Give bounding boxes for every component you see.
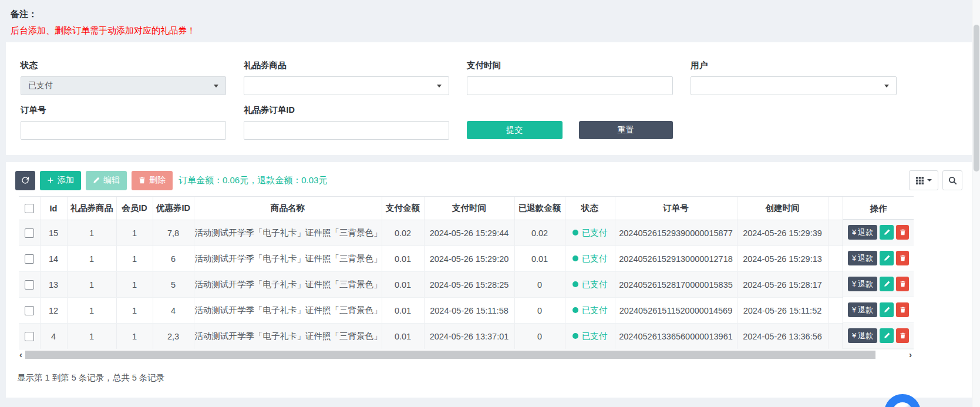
cell-id: 12 (40, 298, 67, 324)
delete-row-button[interactable] (896, 225, 909, 240)
pencil-icon (884, 229, 890, 236)
status-dot-icon (572, 255, 578, 261)
cell-status: 已支付 (565, 272, 615, 298)
status-dot-icon (572, 307, 578, 313)
order-no-input[interactable] (21, 121, 226, 140)
row-checkbox[interactable] (25, 332, 34, 341)
delete-row-button[interactable] (896, 302, 909, 317)
yen-icon: ¥ (852, 331, 856, 340)
action-row: ¥退款 (843, 220, 914, 245)
cell-product-name: 活动测试开学季「电子礼卡」证件照「三背景色」 (194, 246, 382, 272)
cell-id: 4 (40, 324, 67, 349)
delete-row-button[interactable] (896, 277, 909, 291)
table-header-row: Id 礼品券商品 会员ID 优惠券ID 商品名称 支付金额 支付时间 已退款金额… (19, 197, 914, 220)
delete-button[interactable]: 删除 (132, 171, 173, 190)
cell-member-id: 1 (116, 324, 153, 349)
status-dot-icon (572, 281, 578, 287)
refresh-button[interactable] (15, 171, 35, 190)
action-row: ¥退款 (843, 297, 914, 323)
row-checkbox[interactable] (25, 228, 34, 238)
delete-row-button[interactable] (896, 328, 909, 343)
add-button-label: 添加 (58, 175, 74, 186)
refund-button-label: 退款 (858, 253, 873, 264)
refund-button[interactable]: ¥退款 (848, 225, 877, 240)
search-toggle-button[interactable] (942, 170, 962, 190)
cell-pay-time: 2024-05-26 15:29:20 (424, 246, 514, 272)
orders-table: Id 礼品券商品 会员ID 优惠券ID 商品名称 支付金额 支付时间 已退款金额… (19, 196, 914, 349)
reset-button[interactable]: 重置 (579, 121, 673, 139)
filter-field-gift-product: 礼品券商品 (244, 60, 449, 95)
cell-refunded: 0 (514, 298, 565, 324)
status-text: 已支付 (582, 280, 608, 289)
scroll-left-arrow[interactable]: ‹ (16, 351, 25, 359)
add-button[interactable]: 添加 (40, 171, 81, 190)
amount-summary: 订单金额：0.06元，退款金额：0.03元 (179, 175, 327, 186)
cell-id: 13 (40, 272, 67, 298)
search-icon (948, 176, 957, 185)
cell-status: 已支付 (565, 324, 615, 349)
edit-row-button[interactable] (880, 251, 894, 265)
col-header-pay-time: 支付时间 (424, 197, 514, 220)
scrollbar-track[interactable] (25, 351, 906, 359)
edit-row-button[interactable] (880, 225, 894, 240)
edit-row-button[interactable] (880, 277, 894, 291)
gift-product-label: 礼品券商品 (244, 60, 449, 71)
vertical-scrollbar-thumb[interactable] (974, 25, 979, 171)
row-checkbox[interactable] (25, 280, 34, 290)
scroll-right-arrow[interactable]: › (906, 351, 915, 359)
filter-field-gift-order-id: 礼品券订单ID (244, 105, 449, 140)
submit-button[interactable]: 提交 (467, 121, 563, 139)
refund-button-label: 退款 (858, 279, 873, 290)
select-all-checkbox[interactable] (25, 204, 34, 213)
refund-button-label: 退款 (858, 331, 873, 341)
scrollbar-thumb[interactable] (25, 351, 875, 359)
yen-icon: ¥ (852, 280, 856, 288)
refund-button[interactable]: ¥退款 (848, 328, 877, 343)
chevron-down-icon (927, 179, 932, 181)
status-dot-icon (572, 333, 578, 339)
col-header-order-no: 订单号 (615, 197, 737, 220)
remark-title: 备注： (11, 9, 969, 20)
col-header-member-id: 会员ID (116, 197, 153, 220)
row-checkbox[interactable] (25, 306, 34, 315)
cell-status: 已支付 (565, 246, 615, 272)
refund-button[interactable]: ¥退款 (848, 277, 877, 291)
status-text: 已支付 (582, 331, 608, 341)
cell-pay-amount: 0.01 (382, 246, 424, 272)
cell-pay-amount: 0.01 (382, 324, 424, 349)
chevron-down-icon (214, 85, 218, 88)
col-header-actions: 操作 (843, 196, 914, 220)
order-no-label: 订单号 (21, 105, 226, 116)
col-header-refunded: 已退款金额 (514, 197, 565, 220)
user-select[interactable] (691, 76, 897, 95)
delete-button-label: 删除 (149, 175, 166, 186)
fixed-action-column: 操作 ¥退款 ¥退款 (843, 196, 914, 349)
columns-dropdown-button[interactable] (909, 170, 938, 190)
refund-button[interactable]: ¥退款 (848, 302, 877, 317)
chat-widget-icon (893, 402, 912, 407)
pay-time-input[interactable] (467, 76, 673, 95)
trash-icon (900, 255, 906, 261)
row-checkbox[interactable] (25, 254, 34, 264)
gift-product-select[interactable] (244, 76, 449, 95)
edit-button[interactable]: 编辑 (86, 171, 127, 190)
refund-button[interactable]: ¥退款 (848, 251, 877, 265)
user-label: 用户 (691, 60, 897, 71)
edit-row-button[interactable] (880, 302, 894, 317)
delete-row-button[interactable] (896, 251, 909, 265)
pencil-icon (884, 255, 890, 261)
table-row: 12 1 1 4 活动测试开学季「电子礼卡」证件照「三背景色」 0.01 202… (19, 298, 914, 324)
remark-section: 备注： 后台添加、删除订单需手动添加对应的礼品券！ (0, 0, 980, 42)
cell-coupon-id: 7,8 (153, 220, 194, 246)
edit-row-button[interactable] (880, 328, 894, 343)
cell-pay-time: 2024-05-26 13:37:01 (424, 324, 514, 349)
status-select[interactable]: 已支付 (21, 76, 226, 95)
gift-order-id-input[interactable] (244, 121, 449, 140)
cell-status: 已支付 (565, 298, 615, 324)
vertical-scrollbar[interactable] (972, 0, 980, 407)
cell-create-time: 2024-05-26 15:28:17 (737, 272, 828, 298)
row-select-cell (19, 298, 40, 324)
cell-refunded: 0 (514, 324, 565, 349)
table-row: 15 1 1 7,8 活动测试开学季「电子礼卡」证件照「三背景色」 0.02 2… (19, 220, 914, 246)
status-text: 已支付 (582, 254, 608, 263)
